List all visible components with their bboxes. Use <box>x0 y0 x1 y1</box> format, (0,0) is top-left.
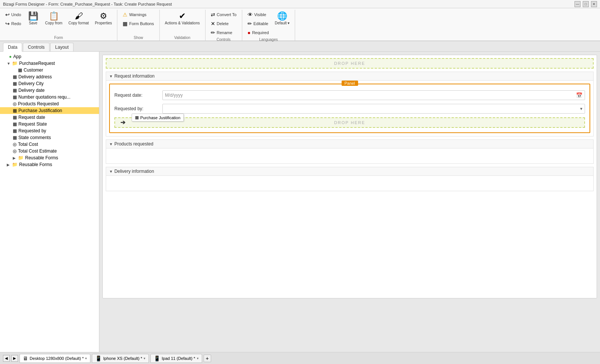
minimize-button[interactable]: — <box>574 1 580 7</box>
delivery-date-icon: ▦ <box>13 88 17 93</box>
tree-item-purchase-justification[interactable]: ▦ Purchase Justification <box>0 107 99 114</box>
tree-item-total-cost-estimate[interactable]: ◎ Total Cost Estimate <box>0 148 99 154</box>
visibility-column: 👁 Visible ✏ Editable ● Required <box>245 10 271 37</box>
requested-by-icon: ▦ <box>13 128 17 133</box>
save-label: Save <box>29 21 38 25</box>
calendar-icon: 📅 <box>576 92 582 98</box>
warnings-label: Warnings <box>129 12 146 17</box>
tree-item-request-state[interactable]: ▦ Request State <box>0 121 99 127</box>
tree-item-reusable-forms[interactable]: ▶ 📁 Reusable Forms <box>0 161 99 168</box>
inner-drop-zone[interactable]: DROP HERE <box>114 117 585 128</box>
close-button[interactable]: ✕ <box>591 1 597 7</box>
form-buttons-button[interactable]: ▦ Form Buttons <box>120 19 156 28</box>
delivery-address-icon: ▦ <box>13 74 17 79</box>
ribbon-group-validation-label: Validation <box>174 36 190 40</box>
tree-item-purchase-request[interactable]: ▼ 📁 PurchaseRequest <box>0 60 99 67</box>
warnings-button[interactable]: ⚠ Warnings <box>120 10 156 19</box>
tree-item-reusable-forms-child[interactable]: ▶ 📁 Reusable Forms <box>0 154 99 161</box>
save-button[interactable]: 💾 Save <box>25 10 41 27</box>
convert-to-label: Convert To <box>217 12 237 17</box>
section-chevron-delivery-information: ▼ <box>109 169 113 174</box>
tree-item-delivery-city[interactable]: ▦ Delivery City <box>0 80 99 87</box>
tree-item-state-comments[interactable]: ▦ State comments <box>0 134 99 141</box>
ribbon-group-controls-items: ⇄ Convert To ✕ Delete ✏ Rename <box>208 10 239 37</box>
window-controls: — □ ✕ <box>574 1 597 7</box>
iphone-tab-icon: 📱 <box>95 355 102 361</box>
field-label-request-date: Request date: <box>114 93 159 98</box>
visible-button[interactable]: 👁 Visible <box>245 10 271 19</box>
ribbon-group-languages-label: Languages <box>259 37 278 42</box>
section-request-information: ▼ Request information Panel Request date… <box>106 72 594 136</box>
tree-item-delivery-address[interactable]: ▦ Delivery address <box>0 73 99 80</box>
required-button[interactable]: ● Required <box>245 28 271 37</box>
default-lang-button[interactable]: 🌐 Default ▾ <box>273 10 292 27</box>
nav-prev-button[interactable]: ◀ <box>3 355 10 362</box>
tree-label-request-state: Request State <box>18 121 47 127</box>
section-header-products-requested[interactable]: ▼ Products requested <box>106 140 593 148</box>
dropdown-chevron-requested-by: ▾ <box>580 106 582 111</box>
tree-item-request-date[interactable]: ▦ Request date <box>0 114 99 121</box>
actions-validations-button[interactable]: ✔ Actions & Validations <box>163 10 202 27</box>
bottom-tab-iphone[interactable]: 📱 Iphone XS (Default) * ▾ <box>92 354 149 363</box>
window-title: Bizagi Forms Designer - Form: Create_Pur… <box>3 2 172 6</box>
section-title-request-information: Request information <box>114 73 154 79</box>
form-buttons-icon: ▦ <box>123 21 128 27</box>
expand-arrow-reusable-forms: ▶ <box>7 163 11 167</box>
redo-button[interactable]: ↪ Redo <box>3 19 23 28</box>
tab-data[interactable]: Data <box>3 43 22 52</box>
bottom-tab-ipad[interactable]: 📱 Ipad 11 (Default) * ▾ <box>150 354 202 363</box>
title-bar: Bizagi Forms Designer - Form: Create_Pur… <box>0 0 600 8</box>
tree-label-reusable-forms-child: Reusable Forms <box>25 155 58 160</box>
copy-format-icon: 🖌 <box>75 12 83 20</box>
tree-label-customer: Customer <box>24 67 43 73</box>
ipad-tab-chevron: ▾ <box>197 357 199 360</box>
properties-icon: ⚙ <box>100 12 107 20</box>
content-area: DROP HERE ▼ Request information Panel Re… <box>99 52 600 352</box>
section-header-request-information[interactable]: ▼ Request information <box>106 72 593 81</box>
editable-button[interactable]: ✏ Editable <box>245 19 271 28</box>
required-icon: ● <box>248 30 250 36</box>
maximize-button[interactable]: □ <box>583 1 589 7</box>
top-drop-zone[interactable]: DROP HERE <box>106 58 594 69</box>
main-area: ● App ▼ 📁 PurchaseRequest ▦ Customer ▦ D… <box>0 52 600 352</box>
tree-item-requested-by[interactable]: ▦ Requested by <box>0 127 99 134</box>
copy-from-label: Copy from <box>45 21 62 25</box>
tree-item-app[interactable]: ● App <box>0 53 99 60</box>
expand-arrow-purchase-request: ▼ <box>7 61 11 66</box>
tree-item-number-quotations[interactable]: ▦ Number quotations requ... <box>0 94 99 100</box>
default-lang-label: Default ▾ <box>275 21 290 25</box>
field-input-request-date[interactable]: M/d/yyyy 📅 <box>162 90 585 100</box>
date-placeholder: M/d/yyyy <box>165 93 183 98</box>
rename-button[interactable]: ✏ Rename <box>208 28 239 37</box>
convert-to-button[interactable]: ⇄ Convert To <box>208 10 239 19</box>
properties-button[interactable]: ⚙ Properties <box>93 10 114 27</box>
add-tab-button[interactable]: + <box>204 355 211 362</box>
copy-format-button[interactable]: 🖌 Copy format <box>66 10 91 27</box>
tree-item-customer[interactable]: ▦ Customer <box>0 67 99 73</box>
undo-button[interactable]: ↩ Undo <box>3 10 23 19</box>
bottom-tab-desktop[interactable]: 🖥 Desktop 1280x800 (Default) * ▾ <box>20 354 90 363</box>
purchase-justification-icon: ▦ <box>13 108 17 113</box>
tree-item-total-cost[interactable]: ◎ Total Cost <box>0 141 99 148</box>
tree-item-products-requested[interactable]: ◎ Products Requested <box>0 100 99 107</box>
tab-layout[interactable]: Layout <box>50 43 74 51</box>
tree-item-delivery-date[interactable]: ▦ Delivery date <box>0 87 99 94</box>
field-input-requested-by[interactable]: ▾ <box>162 104 585 114</box>
section-title-delivery-information: Delivery information <box>114 169 154 174</box>
tree-label-delivery-address: Delivery address <box>18 74 52 79</box>
ribbon-group-form-label: Form <box>54 36 63 40</box>
copy-from-button[interactable]: 📋 Copy from <box>43 10 64 27</box>
form-canvas: DROP HERE ▼ Request information Panel Re… <box>102 55 597 298</box>
nav-next-button[interactable]: ▶ <box>11 355 18 362</box>
ribbon-group-validation: ✔ Actions & Validations Validation <box>160 10 206 40</box>
editable-icon: ✏ <box>248 21 252 27</box>
delete-button[interactable]: ✕ Delete <box>208 19 239 28</box>
default-lang-icon: 🌐 <box>277 12 287 20</box>
delete-label: Delete <box>217 21 229 26</box>
form-row-requested-by: Requested by: ▾ <box>114 104 585 114</box>
field-label-requested-by: Requested by: <box>114 106 159 111</box>
ribbon-group-show-items: ⚠ Warnings ▦ Form Buttons <box>120 10 156 35</box>
tab-controls[interactable]: Controls <box>23 43 50 51</box>
section-header-delivery-information[interactable]: ▼ Delivery information <box>106 167 593 176</box>
tree-label-purchase-request: PurchaseRequest <box>19 61 55 66</box>
